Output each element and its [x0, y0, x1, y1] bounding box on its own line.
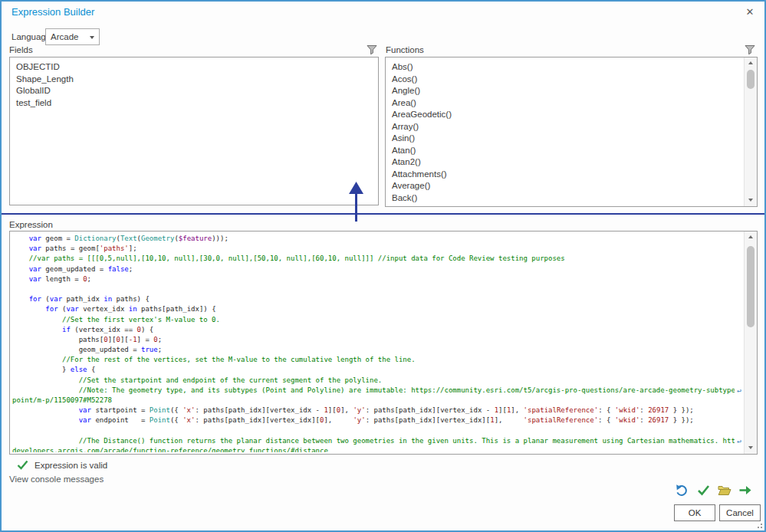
open-folder-icon[interactable]: [715, 481, 734, 499]
scroll-down-icon[interactable]: [745, 442, 757, 454]
field-list-item[interactable]: OBJECTID: [10, 61, 378, 74]
functions-panel-label: Functions: [386, 45, 424, 54]
line-wrap-icon: ↩: [735, 436, 741, 446]
functions-filter-icon[interactable]: [744, 44, 756, 56]
code-line: paths[0][0][-1] = 0;: [12, 335, 741, 345]
code-line: var startpoint = Point({ 'x': paths[path…: [12, 406, 741, 415]
functions-list[interactable]: Abs()Acos()Angle()Area()AreaGeodetic()Ar…: [385, 57, 758, 207]
function-list-item[interactable]: Atan(): [386, 145, 744, 157]
code-line: point/m-p/1150097#M52278: [12, 396, 741, 406]
function-list-item[interactable]: Back(): [386, 192, 744, 205]
code-line: //The Distance() function returns the pl…: [12, 436, 741, 446]
status-text: Expression is valid: [35, 461, 107, 470]
code-line: [12, 426, 741, 436]
resize-grip[interactable]: [756, 522, 762, 528]
function-list-item[interactable]: Atan2(): [386, 156, 744, 169]
validation-status: Expression is valid: [17, 460, 107, 470]
valid-check-icon: [17, 460, 28, 470]
close-icon[interactable]: ✕: [742, 5, 758, 20]
fields-list[interactable]: OBJECTIDShape_LengthGlobalIDtest_field: [9, 57, 379, 205]
code-line: //Note: The geometry type, and its subty…: [12, 386, 741, 396]
scroll-thumb[interactable]: [747, 246, 754, 327]
function-list-item[interactable]: Asin(): [386, 133, 744, 145]
code-line: var geom = Dictionary(Text(Geometry($fea…: [12, 234, 741, 244]
scroll-up-icon[interactable]: [745, 57, 757, 69]
function-list-item[interactable]: Angle(): [386, 85, 744, 97]
cancel-button[interactable]: Cancel: [719, 504, 761, 521]
function-list-item[interactable]: Average(): [386, 180, 744, 192]
field-list-item[interactable]: Shape_Length: [10, 74, 378, 86]
chevron-down-icon: [90, 36, 94, 39]
field-list-item[interactable]: GlobalID: [10, 85, 378, 97]
dialog-title: Expression Builder: [12, 6, 94, 18]
functions-scrollbar[interactable]: [744, 57, 757, 206]
code-line: var geom_updated = false;: [12, 264, 741, 274]
code-line: developers.arcgis.com/arcade/function-re…: [12, 446, 741, 452]
function-list-item[interactable]: Attachments(): [386, 169, 744, 181]
code-line: [12, 284, 741, 294]
ok-button[interactable]: OK: [674, 504, 715, 521]
code-line: //Set the startpoint and endpoint of the…: [12, 376, 741, 386]
expression-label: Expression: [9, 220, 53, 229]
go-arrow-icon[interactable]: [736, 481, 754, 499]
code-line: var endpoint = Point({ 'x': paths[path_i…: [12, 415, 741, 425]
undo-icon[interactable]: [672, 481, 690, 499]
fields-panel-label: Fields: [9, 45, 33, 54]
language-value: Arcade: [51, 32, 78, 41]
function-list-item[interactable]: Area(): [386, 97, 744, 110]
language-dropdown[interactable]: Arcade: [45, 28, 100, 45]
view-console-messages-link[interactable]: View console messages: [9, 475, 104, 484]
code-line: //For the rest of the vertices, set the …: [12, 355, 741, 365]
code-line: //var paths = [[[0,5,null],[10,10, null]…: [12, 254, 741, 264]
splitter-divider: [2, 213, 766, 215]
scroll-thumb[interactable]: [747, 70, 754, 89]
field-list-item[interactable]: test_field: [10, 97, 378, 110]
code-line: for (var path_idx in paths) {: [12, 294, 741, 304]
expression-editor: var geom = Dictionary(Text(Geometry($fea…: [9, 231, 758, 455]
code-line: //Set the first vertex's M-value to 0.: [12, 315, 741, 325]
function-list-item[interactable]: Array(): [386, 121, 744, 133]
code-line: if (vertex_idx == 0) {: [12, 325, 741, 335]
line-wrap-icon: ↩: [735, 386, 741, 396]
expression-code[interactable]: var geom = Dictionary(Text(Geometry($fea…: [12, 234, 741, 452]
fields-filter-icon[interactable]: [366, 44, 378, 56]
expression-builder-dialog: Expression Builder ✕ Language Arcade Fie…: [0, 0, 766, 532]
function-list-item[interactable]: Abs(): [386, 61, 744, 74]
function-list-item[interactable]: AreaGeodetic(): [386, 109, 744, 121]
code-line: for (var vertex_idx in paths[path_idx]) …: [12, 304, 741, 314]
code-line: geom_updated = true;: [12, 345, 741, 355]
code-scrollbar[interactable]: [744, 232, 757, 454]
insert-up-arrow-icon: [347, 182, 366, 222]
code-line: var paths = geom['paths'];: [12, 244, 741, 254]
code-line: var length = 0;: [12, 274, 741, 284]
scroll-down-icon[interactable]: [745, 195, 757, 206]
validate-check-icon[interactable]: [694, 481, 712, 499]
function-list-item[interactable]: Acos(): [386, 74, 744, 86]
code-line: } else {: [12, 365, 741, 375]
scroll-up-icon[interactable]: [745, 232, 757, 243]
